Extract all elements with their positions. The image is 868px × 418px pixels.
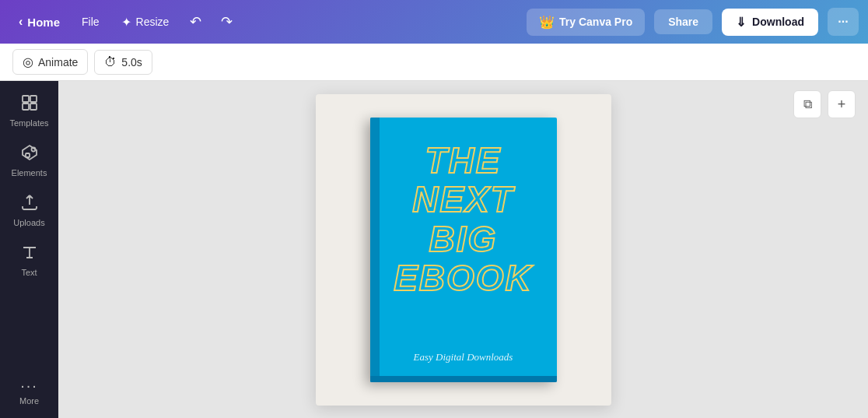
svg-rect-1 <box>30 96 37 102</box>
canvas-page[interactable]: THE NEXT BIG EBOOK Easy Digital Download… <box>316 94 611 406</box>
add-page-button[interactable]: + <box>828 90 856 118</box>
animate-button[interactable]: ◎ Animate <box>12 49 88 75</box>
download-icon: ⇓ <box>736 15 746 30</box>
book-title-line1: THE NEXT <box>383 141 544 220</box>
file-menu-button[interactable]: File <box>72 11 109 33</box>
try-canva-label: Try Canva Pro <box>559 16 632 28</box>
book-subtitle: Easy Digital Downloads <box>414 351 513 364</box>
elements-icon <box>20 143 39 165</box>
share-button[interactable]: Share <box>654 9 712 34</box>
svg-rect-3 <box>30 104 37 110</box>
text-label: Text <box>21 268 37 277</box>
book-title-line2: BIG <box>383 220 544 259</box>
book-spine <box>370 118 380 382</box>
uploads-label: Uploads <box>13 218 44 227</box>
undo-redo-group: ↶ ↷ <box>181 8 240 36</box>
try-canva-button[interactable]: 👑 Try Canva Pro <box>527 9 645 36</box>
book-cover[interactable]: THE NEXT BIG EBOOK Easy Digital Download… <box>370 118 557 382</box>
duration-label: 5.0s <box>121 56 142 68</box>
svg-rect-0 <box>23 96 29 102</box>
book-bottom-edge <box>370 376 557 382</box>
svg-point-6 <box>31 148 35 152</box>
sidebar-item-more[interactable]: ··· More <box>3 371 56 412</box>
sidebar-item-elements[interactable]: Elements <box>3 137 56 184</box>
resize-icon: ✦ <box>121 15 131 30</box>
add-icon: + <box>838 97 846 113</box>
copy-page-button[interactable]: ⧉ <box>793 90 821 118</box>
clock-icon: ⏱ <box>104 55 117 69</box>
home-nav-item[interactable]: ‹ Home <box>9 10 69 33</box>
ellipsis-icon: ··· <box>838 15 848 29</box>
download-label: Download <box>752 16 804 28</box>
share-label: Share <box>668 16 698 28</box>
undo-button[interactable]: ↶ <box>181 8 209 36</box>
resize-button[interactable]: ✦ Resize <box>112 10 179 34</box>
canvas-area: ⧉ + THE NEXT BIG EBOOK Easy Digital Down… <box>58 81 868 418</box>
svg-rect-2 <box>23 104 29 110</box>
more-icon: ··· <box>20 378 38 393</box>
book-title-line3: EBOOK <box>383 258 544 298</box>
templates-label: Templates <box>9 118 48 128</box>
uploads-icon <box>20 193 39 215</box>
templates-icon <box>20 93 39 115</box>
book-title: THE NEXT BIG EBOOK <box>383 141 544 298</box>
duration-button[interactable]: ⏱ 5.0s <box>94 50 152 75</box>
file-label: File <box>82 16 100 28</box>
crown-icon: 👑 <box>539 15 555 30</box>
canvas-controls: ⧉ + <box>793 90 856 118</box>
text-icon <box>20 243 39 265</box>
home-label: Home <box>27 16 60 29</box>
more-label: More <box>19 396 39 406</box>
sidebar: Templates Elements Uploads <box>0 81 58 418</box>
copy-icon: ⧉ <box>803 97 812 111</box>
sidebar-item-templates[interactable]: Templates <box>3 87 56 134</box>
sidebar-item-uploads[interactable]: Uploads <box>3 187 56 234</box>
top-nav: ‹ Home File ✦ Resize ↶ ↷ 👑 Try Canva Pro… <box>0 0 868 44</box>
download-button[interactable]: ⇓ Download <box>722 9 818 36</box>
svg-rect-5 <box>26 153 30 157</box>
animate-icon: ◎ <box>23 54 33 69</box>
redo-button[interactable]: ↷ <box>212 8 240 36</box>
sidebar-item-text[interactable]: Text <box>3 237 56 283</box>
toolbar: ◎ Animate ⏱ 5.0s <box>0 44 868 81</box>
main-layout: Templates Elements Uploads <box>0 81 868 418</box>
more-options-button[interactable]: ··· <box>828 8 859 36</box>
resize-label: Resize <box>136 16 170 28</box>
elements-label: Elements <box>12 168 47 177</box>
animate-label: Animate <box>38 56 78 68</box>
chevron-left-icon: ‹ <box>19 15 23 29</box>
